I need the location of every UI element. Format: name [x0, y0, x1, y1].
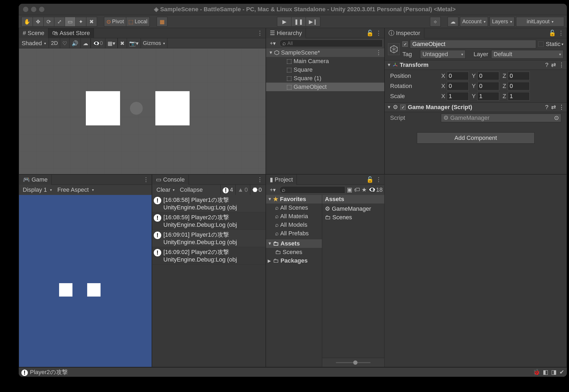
preset-icon[interactable]: ⇄	[551, 104, 556, 111]
hidden-count[interactable]: 👁‍🗨18	[368, 186, 383, 193]
fx-toggle[interactable]: ☁	[81, 38, 91, 48]
hierarchy-scene-row[interactable]: ▼ SampleScene* ⋮	[266, 48, 384, 57]
fold-caret-icon[interactable]: ▼	[269, 50, 272, 55]
traffic-min[interactable]	[31, 7, 36, 12]
grid-dropdown[interactable]: ▦▾	[105, 38, 118, 48]
hierarchy-search-input[interactable]	[287, 41, 380, 46]
hierarchy-search[interactable]: ⌕	[279, 40, 383, 47]
status-icon-1[interactable]: 🐞	[533, 369, 540, 376]
project-asset-item[interactable]: ⚙GameManager	[323, 205, 383, 213]
gameobject-name-field[interactable]: GameObject	[410, 40, 536, 48]
local-toggle[interactable]: ⬚Local	[126, 17, 150, 26]
help-icon[interactable]: ?	[545, 104, 548, 111]
favorites-section[interactable]: ▼★Favorites	[266, 195, 322, 203]
add-component-button[interactable]: Add Component	[417, 132, 535, 144]
status-icon-2[interactable]: ◧	[543, 369, 548, 376]
scene-square-2[interactable]	[155, 91, 190, 125]
hierarchy-tab[interactable]: ☰Hierarchy	[266, 28, 306, 38]
hierarchy-item[interactable]: ⬚Square	[266, 66, 384, 74]
project-breadcrumb[interactable]: Assets	[322, 195, 384, 203]
tools-icon[interactable]: ✖	[118, 38, 127, 48]
scl-y-field[interactable]: 1	[477, 92, 499, 101]
scene-row-menu-icon[interactable]: ⋮	[376, 49, 382, 56]
object-picker-icon[interactable]: ⊙	[554, 114, 559, 121]
custom-tool[interactable]: ✖	[86, 17, 97, 26]
favorite-search[interactable]: ⌕All Materia	[266, 212, 322, 221]
traffic-max[interactable]	[39, 7, 44, 12]
hierarchy-item[interactable]: ⬚Square (1)	[266, 74, 384, 83]
preset-icon[interactable]: ⇄	[551, 62, 556, 68]
traffic-close[interactable]	[23, 7, 28, 12]
transform-header[interactable]: ▼ Transform ?⇄⋮	[385, 60, 567, 70]
game-viewport[interactable]	[19, 195, 152, 367]
scl-z-field[interactable]: 1	[508, 92, 530, 101]
console-log-entry[interactable]: ![16:08:59] Player2の攻撃UnityEngine.Debug:…	[152, 212, 266, 230]
console-log-entry[interactable]: ![16:09:02] Player2の攻撃UnityEngine.Debug:…	[152, 247, 266, 264]
snap-toggle[interactable]: ▦	[157, 17, 167, 26]
cloud-button[interactable]: ☁	[448, 17, 458, 26]
pause-button[interactable]: ❚❚	[291, 17, 306, 26]
console-menu-icon[interactable]: ⋮	[257, 176, 263, 183]
project-tab[interactable]: ▮Project	[266, 175, 297, 185]
hierarchy-item-selected[interactable]: ⬚GameObject	[266, 83, 384, 91]
component-menu-icon[interactable]: ⋮	[559, 104, 564, 111]
hidden-objects-toggle[interactable]: 👁‍🗨0	[91, 38, 105, 48]
rotate-tool[interactable]: ⟳	[44, 17, 54, 26]
transform-tool[interactable]: ✦	[76, 17, 86, 26]
layer-dropdown[interactable]: Default	[491, 50, 563, 59]
step-button[interactable]: ▶❙	[306, 17, 320, 26]
warn-filter[interactable]: ▲0	[235, 185, 250, 195]
scene-tab[interactable]: #Scene	[19, 28, 48, 38]
favorite-search[interactable]: ⌕All Scenes	[266, 203, 322, 212]
scene-square-1[interactable]	[86, 91, 120, 125]
active-checkbox[interactable]: ✓	[402, 41, 408, 47]
scale-tool[interactable]: ⤢	[54, 17, 65, 26]
2d-toggle[interactable]: 2D	[49, 38, 60, 48]
collapse-toggle[interactable]: Collapse	[177, 185, 206, 195]
layout-dropdown[interactable]: initLayout	[516, 17, 564, 26]
error-filter[interactable]: ⬣0	[250, 185, 264, 195]
gameobject-large-icon[interactable]	[388, 43, 400, 55]
game-tab[interactable]: 🎮Game	[19, 175, 52, 185]
pos-z-field[interactable]: 0	[508, 72, 530, 80]
lock-icon[interactable]: 🔓	[366, 176, 374, 183]
move-tool[interactable]: ✥	[33, 17, 44, 26]
account-dropdown[interactable]: Account	[460, 17, 488, 26]
assets-child-folder[interactable]: 🗀Scenes	[266, 248, 322, 256]
console-log-entry[interactable]: ![16:09:01] Player1の攻撃UnityEngine.Debug:…	[152, 230, 266, 247]
create-dropdown[interactable]: +▾	[268, 38, 278, 48]
rot-z-field[interactable]: 0	[508, 82, 530, 90]
gizmos-dropdown[interactable]: Gizmos	[141, 38, 168, 48]
rect-tool[interactable]: ▭	[65, 17, 76, 26]
console-tab[interactable]: ▭Console	[152, 175, 189, 185]
filter-label-icon[interactable]: 🏷	[354, 186, 360, 193]
status-text[interactable]: Player2の攻撃	[30, 368, 68, 376]
audio-toggle[interactable]: 🔊	[70, 38, 81, 48]
game-menu-icon[interactable]: ⋮	[143, 176, 149, 183]
scene-menu-icon[interactable]: ⋮	[257, 30, 263, 37]
project-search[interactable]: ⌕	[279, 186, 345, 194]
assets-folder[interactable]: ▼🗀Assets	[266, 239, 322, 248]
layers-dropdown[interactable]: Layers	[490, 17, 514, 26]
play-button[interactable]: ▶	[277, 17, 291, 26]
component-enable-checkbox[interactable]: ✓	[400, 105, 406, 110]
scene-gizmo-center[interactable]	[130, 102, 143, 115]
pos-x-field[interactable]: 0	[447, 72, 469, 80]
hand-tool[interactable]: ✋	[21, 17, 33, 26]
filter-type-icon[interactable]: ▣	[347, 186, 352, 193]
status-icon-3[interactable]: ◨	[551, 369, 557, 376]
console-log-entry[interactable]: ![16:08:58] Player1の攻撃UnityEngine.Debug:…	[152, 195, 266, 212]
aspect-dropdown[interactable]: Free Aspect	[55, 185, 151, 195]
thumbnail-size-slider[interactable]	[322, 358, 384, 367]
project-create-dropdown[interactable]: +▾	[268, 185, 278, 195]
scl-x-field[interactable]: 1	[447, 92, 469, 101]
project-menu-icon[interactable]: ⋮	[376, 176, 382, 183]
packages-folder[interactable]: ▶🗀Packages	[266, 256, 322, 265]
shading-mode-dropdown[interactable]: Shaded	[19, 38, 49, 48]
rot-x-field[interactable]: 0	[447, 82, 469, 90]
favorite-search[interactable]: ⌕All Prefabs	[266, 229, 322, 238]
script-reference-field[interactable]: ⚙GameManager⊙	[441, 114, 561, 122]
project-asset-item[interactable]: 🗀Scenes	[323, 213, 383, 222]
inspector-menu-icon[interactable]: ⋮	[558, 30, 564, 37]
camera-dropdown[interactable]: 📷▾	[127, 38, 141, 48]
